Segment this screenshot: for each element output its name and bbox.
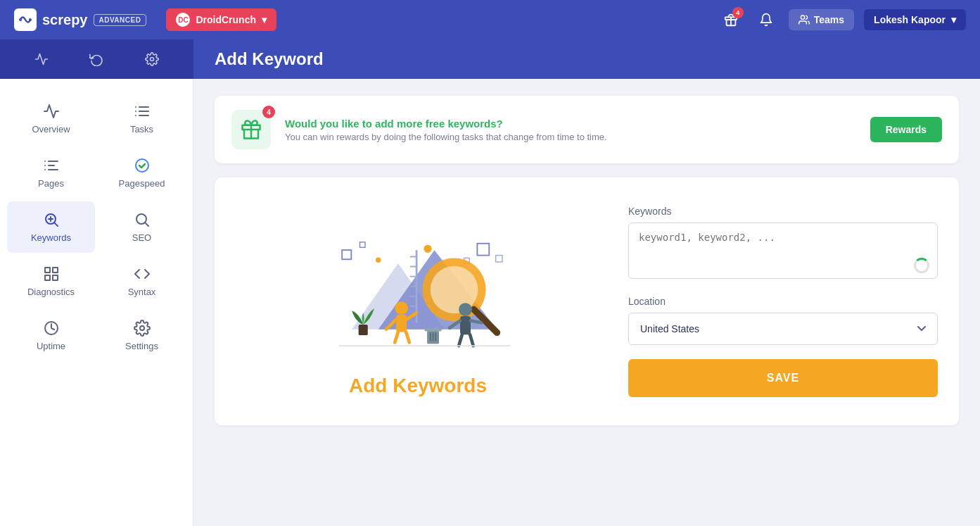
reward-title: Would you like to add more free keywords…	[285, 118, 607, 130]
sidebar-item-uptime[interactable]: Uptime	[7, 310, 95, 361]
teams-button[interactable]: Teams	[789, 9, 854, 30]
subnav: Add Keyword	[0, 39, 980, 79]
illustration-svg	[312, 206, 523, 361]
svg-point-5	[150, 58, 153, 61]
project-dropdown-icon: ▾	[262, 14, 267, 25]
svg-point-41	[376, 257, 381, 263]
sidebar-label-keywords: Keywords	[31, 232, 71, 243]
svg-rect-66	[424, 328, 441, 332]
svg-rect-53	[396, 315, 407, 332]
sidebar-label-pages: Pages	[38, 178, 64, 189]
svg-rect-25	[45, 268, 50, 273]
loading-spinner	[914, 258, 929, 273]
svg-point-4	[801, 15, 804, 19]
svg-rect-28	[53, 275, 58, 280]
sidebar-item-settings[interactable]: Settings	[98, 310, 186, 361]
location-label: Location	[628, 296, 938, 307]
gift-icon	[241, 119, 262, 140]
sidebar-item-pagespeed[interactable]: Pagespeed	[98, 147, 186, 199]
main-content: 4 Would you like to add more free keywor…	[193, 79, 980, 526]
sidebar-label-overview: Overview	[32, 124, 70, 134]
topnav-right: 4 Teams Lokesh Kapoor ▾	[718, 7, 966, 32]
svg-point-0	[19, 18, 22, 21]
sidebar-label-settings: Settings	[125, 341, 158, 351]
sidebar-item-seo[interactable]: SEO	[98, 201, 186, 253]
top-navbar: screpy ADVANCED DC DroidCrunch ▾ 4 Teams…	[0, 0, 980, 39]
svg-rect-27	[45, 275, 50, 280]
user-dropdown-icon: ▾	[951, 14, 956, 25]
reward-banner: 4 Would you like to add more free keywor…	[215, 96, 959, 163]
svg-point-52	[395, 301, 408, 315]
gift-icon-wrap: 4	[231, 110, 271, 149]
keywords-label: Keywords	[628, 206, 938, 217]
svg-line-24	[145, 223, 148, 226]
illustration-title-static: Add	[349, 375, 393, 396]
sidebar-item-syntax[interactable]: Syntax	[98, 256, 186, 307]
gift-badge: 4	[262, 106, 275, 118]
user-name: Lokesh Kapoor	[874, 14, 946, 25]
sidebar-label-pagespeed: Pagespeed	[119, 178, 165, 189]
project-name: DroidCrunch	[196, 14, 256, 25]
sidebar-item-pages[interactable]: Pages	[7, 147, 95, 199]
sidebar-grid: Overview Tasks Pages Pagespeed Keywords	[7, 93, 186, 361]
svg-line-56	[395, 332, 398, 342]
notifications-button[interactable]	[753, 7, 779, 32]
keywords-group: Keywords	[628, 206, 938, 282]
svg-point-18	[136, 159, 148, 172]
form-area: Keywords Location United States United K…	[628, 206, 938, 397]
svg-rect-64	[359, 325, 368, 335]
project-dot: DC	[176, 13, 190, 27]
save-button[interactable]: SAVE	[628, 359, 938, 397]
svg-rect-35	[342, 250, 351, 259]
gifts-button[interactable]: 4	[718, 7, 744, 32]
sidebar-label-syntax: Syntax	[128, 287, 156, 297]
rewards-button[interactable]: Rewards	[870, 117, 942, 142]
svg-point-23	[136, 214, 146, 224]
svg-line-57	[406, 332, 409, 342]
reward-text: Would you like to add more free keywords…	[285, 118, 607, 142]
nav-icon-refresh[interactable]	[84, 46, 109, 72]
add-keyword-card: Add Keywords Keywords Location United St…	[215, 177, 959, 425]
main-layout: Overview Tasks Pages Pagespeed Keywords	[0, 79, 980, 526]
location-group: Location United States United Kingdom Ca…	[628, 296, 938, 345]
svg-rect-38	[496, 256, 502, 262]
user-menu-button[interactable]: Lokesh Kapoor ▾	[864, 9, 966, 30]
logo: screpy ADVANCED	[14, 8, 146, 31]
sidebar-label-tasks: Tasks	[130, 124, 153, 134]
svg-rect-36	[360, 242, 366, 248]
teams-label: Teams	[814, 14, 844, 25]
sidebar-label-seo: SEO	[132, 232, 151, 243]
illustration-title: Add Keywords	[349, 375, 487, 397]
subnav-sidebar-icons	[0, 39, 193, 79]
svg-line-20	[54, 223, 57, 226]
logo-icon	[14, 8, 37, 31]
keywords-textarea-wrap	[628, 223, 938, 282]
illustration-title-highlight: Keywords	[393, 375, 487, 396]
svg-rect-26	[53, 268, 58, 273]
svg-rect-59	[460, 316, 471, 334]
logo-text: screpy	[42, 12, 88, 28]
svg-point-40	[424, 245, 431, 253]
nav-icon-settings[interactable]	[139, 46, 165, 72]
svg-rect-37	[477, 244, 489, 256]
sidebar-item-tasks[interactable]: Tasks	[98, 93, 186, 144]
sidebar: Overview Tasks Pages Pagespeed Keywords	[0, 79, 193, 526]
svg-point-1	[29, 18, 32, 21]
keywords-input[interactable]	[628, 223, 938, 279]
reward-description: You can win rewards by doing the followi…	[285, 132, 607, 142]
location-select[interactable]: United States United Kingdom Canada Aust…	[628, 313, 938, 345]
page-title: Add Keyword	[193, 49, 345, 69]
svg-point-30	[140, 326, 144, 330]
svg-line-61	[471, 320, 481, 323]
sidebar-label-diagnostics: Diagnostics	[27, 287, 75, 297]
sidebar-item-diagnostics[interactable]: Diagnostics	[7, 256, 95, 307]
project-selector[interactable]: DC DroidCrunch ▾	[166, 8, 276, 31]
sidebar-label-uptime: Uptime	[37, 341, 65, 351]
advanced-badge: ADVANCED	[94, 14, 147, 26]
nav-icon-flow[interactable]	[29, 46, 54, 72]
sidebar-item-keywords[interactable]: Keywords	[7, 201, 95, 253]
svg-line-63	[470, 334, 473, 346]
svg-line-62	[459, 334, 462, 346]
sidebar-item-overview[interactable]: Overview	[7, 93, 95, 144]
gifts-badge: 4	[732, 7, 744, 18]
